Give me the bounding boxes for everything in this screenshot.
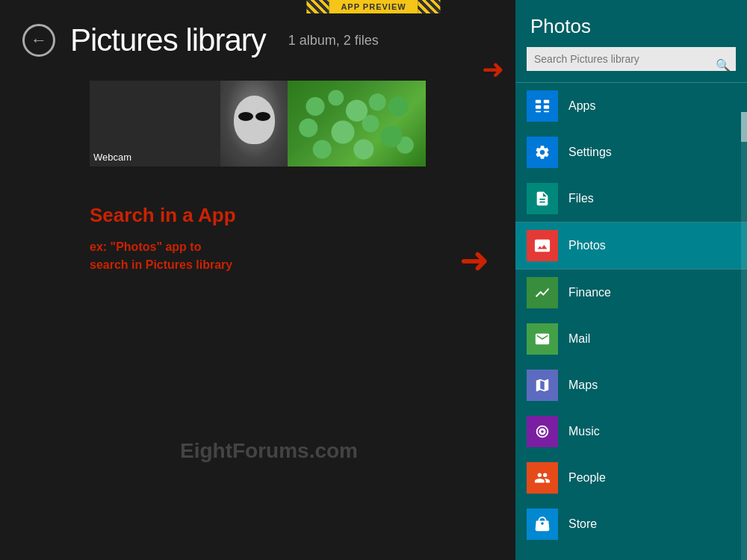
app-item-finance[interactable]: Finance: [515, 270, 747, 316]
photos-icon: [527, 230, 558, 261]
app-item-photos[interactable]: Photos: [515, 223, 747, 269]
back-button[interactable]: ←: [22, 24, 55, 57]
svg-rect-1: [544, 100, 549, 104]
photo-thumbnails: Webcam: [90, 81, 508, 174]
svg-rect-3: [544, 105, 549, 109]
maps-icon: [527, 370, 558, 401]
search-container: 🔍: [515, 47, 747, 82]
search-instruction-desc: ex: "Photos" app tosearch in Pictures li…: [90, 238, 508, 274]
maps-label: Maps: [568, 379, 598, 392]
search-icon: 🔍: [716, 57, 731, 72]
music-label: Music: [568, 425, 600, 438]
arrow-to-photos: ➜: [459, 239, 489, 281]
svg-rect-2: [536, 105, 541, 109]
alien-eye-left: [238, 112, 253, 121]
search-instruction-title: Search in a App: [90, 204, 508, 227]
store-icon: [527, 508, 558, 540]
panel-title: Photos: [515, 0, 747, 47]
svg-rect-0: [536, 100, 541, 104]
app-preview-banner: APP PREVIEW: [329, 0, 418, 13]
files-label: Files: [568, 192, 594, 205]
alien-head: [234, 96, 275, 144]
app-list: Apps Settings Files: [515, 83, 747, 547]
search-instruction: Search in a App ex: "Photos" app tosearc…: [90, 204, 508, 274]
app-item-people[interactable]: People: [515, 455, 747, 501]
clover-image: [288, 81, 426, 167]
svg-rect-5: [544, 111, 549, 112]
page-subtitle: 1 album, 2 files: [288, 33, 379, 49]
svg-rect-4: [536, 111, 541, 112]
music-icon: [527, 416, 558, 447]
settings-label: Settings: [568, 146, 612, 159]
alien-eye-right: [255, 112, 270, 121]
scrollbar-thumb[interactable]: [741, 112, 747, 142]
app-item-mail[interactable]: Mail: [515, 316, 747, 362]
thumbnail-alien[interactable]: [220, 81, 288, 167]
page-title: Pictures library: [70, 22, 266, 58]
app-item-maps[interactable]: Maps: [515, 362, 747, 408]
mail-label: Mail: [568, 332, 590, 346]
right-panel: Photos 🔍 Apps: [515, 0, 747, 560]
store-label: Store: [568, 517, 597, 531]
finance-icon: [527, 277, 558, 308]
apps-icon: [527, 90, 558, 122]
people-label: People: [568, 471, 606, 485]
watermark: EightForums.com: [37, 439, 500, 463]
arrow-to-search: ➜: [482, 54, 504, 85]
alien-image: [220, 81, 288, 167]
search-input[interactable]: [527, 47, 736, 71]
settings-icon: [527, 137, 558, 168]
finance-label: Finance: [568, 286, 611, 299]
thumbnail-clover[interactable]: [288, 81, 426, 167]
files-icon: [527, 183, 558, 214]
webcam-label: Webcam: [93, 152, 131, 163]
app-item-settings[interactable]: Settings: [515, 129, 747, 175]
photos-label: Photos: [568, 239, 606, 252]
mail-icon: [527, 323, 558, 355]
app-item-files[interactable]: Files: [515, 175, 747, 222]
people-icon: [527, 462, 558, 494]
main-area: ← Pictures library 1 album, 2 files Webc…: [0, 0, 508, 560]
app-item-apps[interactable]: Apps: [515, 83, 747, 129]
scrollbar-track[interactable]: [741, 112, 747, 560]
app-item-store[interactable]: Store: [515, 501, 747, 547]
thumbnail-webcam[interactable]: Webcam: [90, 81, 220, 167]
apps-label: Apps: [568, 99, 595, 113]
app-item-music[interactable]: Music: [515, 408, 747, 455]
